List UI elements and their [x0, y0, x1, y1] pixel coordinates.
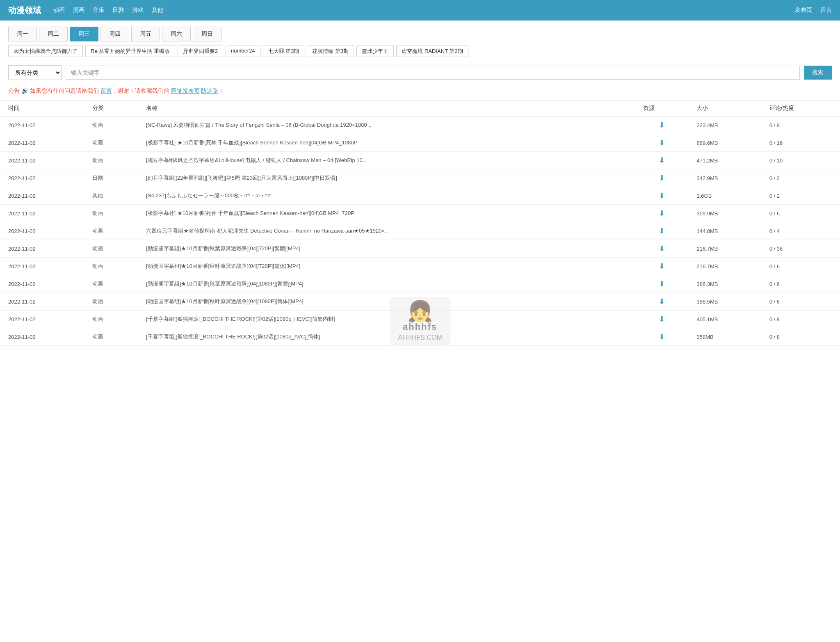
cell-resource[interactable]: ⬇ — [635, 293, 689, 311]
notice-message-link[interactable]: 留言 — [100, 87, 112, 94]
cell-name[interactable]: [動漫國字幕組]★10月新番[秋葉原冥途戰爭][04][720P][繁體][MP… — [138, 240, 635, 258]
publish-link[interactable]: 发布页 — [795, 7, 812, 14]
tab-sunday[interactable]: 周日 — [193, 27, 221, 41]
cell-date: 2022-11-02 — [0, 275, 84, 293]
download-icon[interactable]: ⬇ — [659, 209, 665, 217]
download-icon[interactable]: ⬇ — [659, 244, 665, 253]
cell-name[interactable]: [動漫國字幕組]★10月新番[秋葉原冥途戰爭][04][1080P][繁體][M… — [138, 275, 635, 293]
nav-games[interactable]: 游戏 — [132, 7, 144, 14]
cell-date: 2022-11-02 — [0, 328, 84, 346]
anime-tag-7[interactable]: 虚空魔境 RADIANT 第2期 — [396, 46, 468, 57]
cell-size: 471.2MB — [688, 152, 761, 169]
cell-size: 359.9MB — [688, 205, 761, 222]
download-icon[interactable]: ⬇ — [659, 139, 665, 147]
cell-date: 2022-11-02 — [0, 222, 84, 240]
download-icon[interactable]: ⬇ — [659, 156, 665, 164]
cell-date: 2022-11-02 — [0, 293, 84, 311]
cell-resource[interactable]: ⬇ — [635, 328, 689, 346]
tab-friday[interactable]: 周五 — [131, 27, 160, 41]
cell-size: 1.6GB — [688, 187, 761, 205]
cell-cat[interactable]: 动画 — [84, 134, 138, 152]
cell-resource[interactable]: ⬇ — [635, 222, 689, 240]
nav-other[interactable]: 其他 — [152, 7, 163, 14]
site-logo[interactable]: 动漫领域 — [8, 5, 41, 16]
cell-resource[interactable]: ⬇ — [635, 152, 689, 169]
notice-guide-link[interactable]: 防迷路 — [201, 87, 218, 94]
anime-tags: 因为太怕痛就全点防御力了 Re:从零开始的异世界生活 重编版 异世界四重奏2 n… — [0, 41, 840, 61]
anime-tag-1[interactable]: Re:从零开始的异世界生活 重编版 — [85, 46, 175, 57]
category-select[interactable]: 所有分类动画漫画音乐日剧游戏其他 — [8, 65, 62, 80]
anime-tag-2[interactable]: 异世界四重奏2 — [178, 46, 223, 57]
cell-resource[interactable]: ⬇ — [635, 169, 689, 187]
download-icon[interactable]: ⬇ — [659, 262, 665, 270]
tab-wednesday[interactable]: 周三 — [70, 27, 98, 41]
cell-cat[interactable]: 动画 — [84, 240, 138, 258]
cell-date: 2022-11-02 — [0, 134, 84, 152]
download-icon[interactable]: ⬇ — [659, 280, 665, 288]
download-icon[interactable]: ⬇ — [659, 315, 665, 323]
anime-tag-5[interactable]: 花牌情缘 第3期 — [307, 46, 354, 57]
cell-name[interactable]: [No.237]もふもふなセーラー服～500枚～σ^・ω・^σ — [138, 187, 635, 205]
cell-cat[interactable]: 动画 — [84, 222, 138, 240]
tab-monday[interactable]: 周一 — [8, 27, 37, 41]
cell-name[interactable]: [动漫国字幕组]★10月新番[秋叶原冥途战争][04][1080P][简体][M… — [138, 293, 635, 311]
cell-cat[interactable]: 其他 — [84, 187, 138, 205]
cell-resource[interactable]: ⬇ — [635, 134, 689, 152]
download-icon[interactable]: ⬇ — [659, 333, 665, 341]
cell-name[interactable]: 六四位元字幕組★名侦探柯南 犯人犯澤先生 Detective Conan – H… — [138, 222, 635, 240]
message-link[interactable]: 留言 — [820, 7, 832, 14]
cell-date: 2022-11-02 — [0, 205, 84, 222]
cell-resource[interactable]: ⬇ — [635, 117, 689, 134]
tab-tuesday[interactable]: 周二 — [39, 27, 68, 41]
download-icon[interactable]: ⬇ — [659, 174, 665, 182]
cell-cat[interactable]: 动画 — [84, 275, 138, 293]
table-row: 2022-11-02 动画 [動漫國字幕組]★10月新番[秋葉原冥途戰爭][04… — [0, 240, 840, 258]
download-icon[interactable]: ⬇ — [659, 227, 665, 235]
cell-date: 2022-11-02 — [0, 311, 84, 328]
cell-resource[interactable]: ⬇ — [635, 240, 689, 258]
cell-name[interactable]: [极影字幕社] ★10月新番[死神 千年血战][Bleach Sennen Ke… — [138, 134, 635, 152]
anime-tag-4[interactable]: 七大罪 第3期 — [263, 46, 305, 57]
cell-name[interactable]: [千夏字幕组][孤独摇滚!_BOCCHI THE ROCK!][第02话][10… — [138, 311, 635, 328]
cell-cat[interactable]: 动画 — [84, 205, 138, 222]
cell-name[interactable]: [千夏字幕组][孤独摇滚!_BOCCHI THE ROCK!][第02话][10… — [138, 328, 635, 346]
cell-cat[interactable]: 动画 — [84, 152, 138, 169]
cell-name[interactable]: [极影字幕社] ★10月新番[死神 千年血战][Bleach Sennen Ke… — [138, 205, 635, 222]
cell-cat[interactable]: 动画 — [84, 293, 138, 311]
download-icon[interactable]: ⬇ — [659, 192, 665, 200]
cell-resource[interactable]: ⬇ — [635, 258, 689, 275]
cell-cat[interactable]: 动画 — [84, 311, 138, 328]
cell-resource[interactable]: ⬇ — [635, 275, 689, 293]
notice-publish-link[interactable]: 网址发布页 — [171, 87, 200, 94]
cell-size: 405.1MB — [688, 311, 761, 328]
search-input[interactable] — [66, 66, 800, 80]
tab-thursday[interactable]: 周四 — [100, 27, 129, 41]
anime-tag-6[interactable]: 篮球少年王 — [356, 46, 394, 57]
anime-tag-0[interactable]: 因为太怕痛就全点防御力了 — [8, 46, 83, 57]
table-row: 2022-11-02 动画 [极影字幕社] ★10月新番[死神 千年血战][Bl… — [0, 134, 840, 152]
nav-music[interactable]: 音乐 — [93, 7, 104, 14]
anime-tag-3[interactable]: number24 — [226, 46, 260, 57]
cell-resource[interactable]: ⬇ — [635, 187, 689, 205]
cell-name[interactable]: [幻月字幕组][22年晨间剧][飞舞吧][第5周 第23回][只为乘风而上][1… — [138, 169, 635, 187]
cell-date: 2022-11-02 — [0, 187, 84, 205]
cell-cat[interactable]: 动画 — [84, 258, 138, 275]
tab-saturday[interactable]: 周六 — [162, 27, 191, 41]
table-row: 2022-11-02 动画 [千夏字幕组][孤独摇滚!_BOCCHI THE R… — [0, 311, 840, 328]
nav-drama[interactable]: 日剧 — [112, 7, 124, 14]
cell-cat[interactable]: 日剧 — [84, 169, 138, 187]
nav-manga[interactable]: 漫画 — [73, 7, 84, 14]
table-row: 2022-11-02 动画 [動漫國字幕組]★10月新番[秋葉原冥途戰爭][04… — [0, 275, 840, 293]
cell-resource[interactable]: ⬇ — [635, 205, 689, 222]
cell-name[interactable]: [NC-Raws] 风姿物语仙罗篇 / The Story of Fengzhi… — [138, 117, 635, 134]
cell-name[interactable]: [豌豆字幕组&风之圣殿字幕组&LoliHouse] 电锯人 / 链锯人 / Ch… — [138, 152, 635, 169]
cell-cat[interactable]: 动画 — [84, 328, 138, 346]
cell-comments: 0 / 8 — [761, 328, 840, 346]
cell-resource[interactable]: ⬇ — [635, 311, 689, 328]
download-icon[interactable]: ⬇ — [659, 297, 665, 306]
nav-anime[interactable]: 动画 — [53, 7, 65, 14]
cell-name[interactable]: [动漫国字幕组]★10月新番[秋叶原冥途战争][04][720P][简体][MP… — [138, 258, 635, 275]
cell-cat[interactable]: 动画 — [84, 117, 138, 134]
search-button[interactable]: 搜索 — [804, 66, 832, 80]
download-icon[interactable]: ⬇ — [659, 121, 665, 129]
